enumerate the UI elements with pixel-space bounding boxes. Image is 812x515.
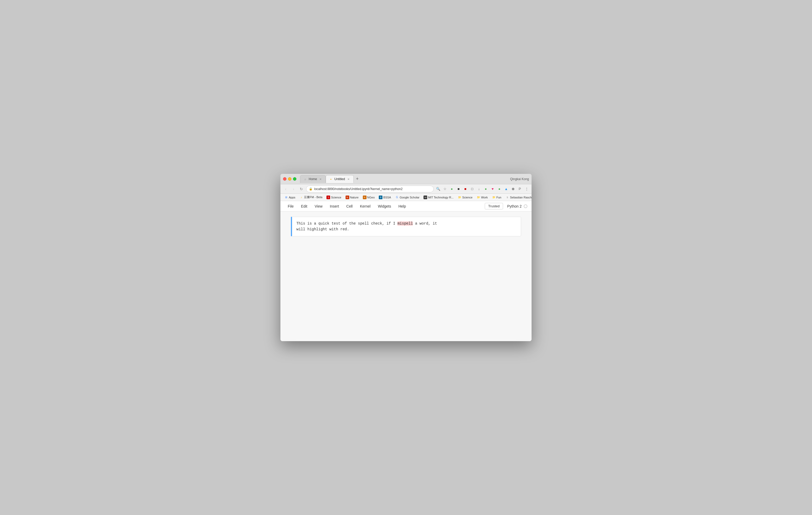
bookmark-douban-label: 豆瓣FM - Beta <box>304 195 322 199</box>
home-tab-favicon: ⌂ <box>303 177 307 181</box>
cell-container: This is a quick test of the spell check,… <box>291 217 521 236</box>
ngeo-icon: N <box>363 195 367 199</box>
misspelled-word: mispell <box>397 221 413 225</box>
sebastian-icon: s <box>505 195 509 199</box>
work-icon: 📁 <box>476 195 480 199</box>
menu-widgets[interactable]: Widgets <box>375 203 394 209</box>
search-icon[interactable]: 🔍 <box>435 186 441 192</box>
science-icon: S <box>326 195 330 199</box>
cell-text-after-mispell: a word, it <box>413 221 437 225</box>
trusted-button[interactable]: Trusted <box>485 203 503 209</box>
menu-cell[interactable]: Cell <box>343 203 356 209</box>
untitled-tab-close[interactable]: ✕ <box>347 177 350 181</box>
new-tab-button[interactable]: + <box>354 175 361 183</box>
home-tab-label: Home <box>309 177 317 181</box>
star-icon[interactable]: ☆ <box>442 186 448 192</box>
bssa-icon: B <box>379 195 382 199</box>
notebook-body: This is a quick test of the spell check,… <box>281 211 531 341</box>
extension7-icon[interactable]: ♥ <box>490 186 495 192</box>
bookmark-apps-label: Apps <box>289 196 295 199</box>
bookmark-ngeo[interactable]: N NGeo <box>361 195 377 200</box>
bookmark-nature[interactable]: N Nature <box>344 195 360 200</box>
extension5-icon[interactable]: ↓ <box>476 186 482 192</box>
cell-text-before: This is a quick test of the spell check,… <box>296 221 397 225</box>
bookmark-science2[interactable]: 📁 Science <box>456 195 474 200</box>
forward-button[interactable]: › <box>290 186 297 192</box>
user-info: Qingkai Kong <box>510 177 529 181</box>
bookmark-apps[interactable]: ⊞ Apps <box>283 195 297 200</box>
browser-window: ⌂ Home ✕ ● Untitled ✕ + Qingkai Kong ‹ ›… <box>281 174 531 341</box>
google-scholar-icon: G <box>395 195 399 199</box>
menu-help[interactable]: Help <box>395 203 409 209</box>
bookmark-science-label: Science <box>331 196 341 199</box>
extension10-icon[interactable]: ⊕ <box>510 186 516 192</box>
kernel-info: Python 2 <box>507 204 527 208</box>
bookmarks-bar: ⊞ Apps ♪ 豆瓣FM - Beta S Science N Nature … <box>281 194 531 201</box>
menu-edit[interactable]: Edit <box>298 203 311 209</box>
navigation-bar: ‹ › ↻ 🔒 localhost:8890/notebooks/Untitle… <box>281 184 531 194</box>
nav-icons: 🔍 ☆ ● ■ ■ □ ↓ ● ♥ ● ▲ ⊕ P ⋮ <box>435 186 529 192</box>
tab-untitled[interactable]: ● Untitled ✕ <box>326 175 354 183</box>
extension6-icon[interactable]: ● <box>483 186 489 192</box>
extension11-icon[interactable]: P <box>517 186 523 192</box>
extension8-icon[interactable]: ● <box>496 186 502 192</box>
bookmark-mit-label: MIT Technology R... <box>428 196 453 199</box>
more-icon[interactable]: ⋮ <box>524 186 529 192</box>
back-button[interactable]: ‹ <box>283 186 289 192</box>
extension4-icon[interactable]: □ <box>469 186 475 192</box>
minimize-button[interactable] <box>288 177 291 181</box>
title-bar: ⌂ Home ✕ ● Untitled ✕ + Qingkai Kong <box>281 174 531 184</box>
menu-view[interactable]: View <box>312 203 326 209</box>
bookmark-sebastian[interactable]: s Sebastian Raschk... <box>503 195 531 200</box>
extension2-icon[interactable]: ■ <box>456 186 461 192</box>
bookmark-bssa-label: BSSA <box>383 196 391 199</box>
bookmark-bssa[interactable]: B BSSA <box>377 195 393 200</box>
bookmark-mit[interactable]: M MIT Technology R... <box>422 195 455 200</box>
cell-text: This is a quick test of the spell check,… <box>296 221 517 233</box>
nature-icon: N <box>346 195 349 199</box>
extension3-icon[interactable]: ■ <box>463 186 468 192</box>
bookmark-douban[interactable]: ♪ 豆瓣FM - Beta <box>298 195 324 200</box>
menu-insert[interactable]: Insert <box>327 203 342 209</box>
mit-icon: M <box>424 195 427 199</box>
bookmark-fun-label: Fun <box>496 196 501 199</box>
lock-icon: 🔒 <box>309 187 313 190</box>
fun-icon: 📁 <box>492 195 496 199</box>
untitled-tab-label: Untitled <box>334 177 345 181</box>
bookmark-ngeo-label: NGeo <box>367 196 375 199</box>
kernel-name: Python 2 <box>507 204 522 208</box>
bookmark-google-scholar[interactable]: G Google Scholar <box>394 195 422 200</box>
extension1-icon[interactable]: ● <box>449 186 455 192</box>
douban-icon: ♪ <box>299 195 303 199</box>
bookmark-work[interactable]: 📁 Work <box>475 195 489 200</box>
menu-file[interactable]: File <box>285 203 297 209</box>
bookmark-nature-label: Nature <box>350 196 359 199</box>
jupyter-menu-bar: File Edit View Insert Cell Kernel Widget… <box>281 201 531 211</box>
maximize-button[interactable] <box>293 177 296 181</box>
cell-text-line3: will highlight with red. <box>296 227 349 231</box>
bookmark-sebastian-label: Sebastian Raschk... <box>510 196 531 199</box>
traffic-lights <box>283 177 296 181</box>
science2-icon: 📁 <box>458 195 461 199</box>
apps-icon: ⊞ <box>284 195 288 199</box>
bookmark-google-scholar-label: Google Scholar <box>400 196 419 199</box>
home-tab-close[interactable]: ✕ <box>319 177 322 181</box>
bookmark-science[interactable]: S Science <box>325 195 343 200</box>
bookmark-science2-label: Science <box>462 196 472 199</box>
menu-kernel[interactable]: Kernel <box>357 203 374 209</box>
refresh-button[interactable]: ↻ <box>298 186 304 192</box>
kernel-status-icon <box>524 205 527 208</box>
address-bar[interactable]: 🔒 localhost:8890/notebooks/Untitled.ipyn… <box>306 186 434 192</box>
untitled-tab-favicon: ● <box>329 177 333 181</box>
tab-bar: ⌂ Home ✕ ● Untitled ✕ + <box>300 175 508 183</box>
bookmark-work-label: Work <box>481 196 488 199</box>
tab-home[interactable]: ⌂ Home ✕ <box>300 175 326 183</box>
notebook-cell[interactable]: This is a quick test of the spell check,… <box>292 217 521 236</box>
extension9-icon[interactable]: ▲ <box>503 186 509 192</box>
bookmark-fun[interactable]: 📁 Fun <box>490 195 503 200</box>
address-text: localhost:8890/notebooks/Untitled.ipynb?… <box>314 187 431 191</box>
close-button[interactable] <box>283 177 286 181</box>
